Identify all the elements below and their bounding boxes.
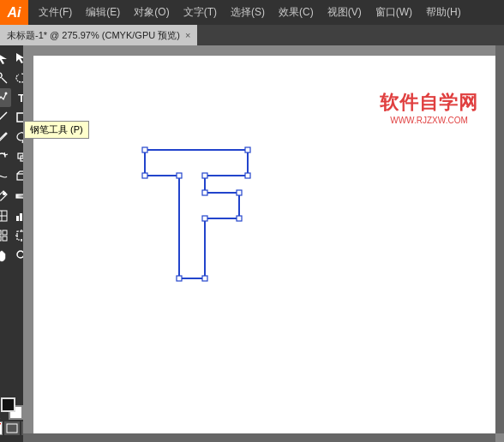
menu-type[interactable]: 文字(T) — [177, 0, 224, 25]
watermark: 软件自学网 WWW.RJZXW.COM — [380, 90, 478, 125]
path-shape — [119, 124, 273, 296]
toolbar: 钢笔工具 (P) — [0, 45, 23, 442]
canvas: 软件自学网 WWW.RJZXW.COM — [33, 56, 495, 433]
svg-rect-42 — [142, 147, 147, 152]
svg-rect-31 — [3, 236, 7, 241]
svg-point-20 — [3, 193, 6, 195]
svg-rect-51 — [177, 276, 182, 281]
svg-rect-25 — [16, 216, 19, 221]
titlebar: Ai 文件(F) 编辑(E) 对象(O) 文字(T) 选择(S) 效果(C) 视… — [0, 0, 504, 25]
svg-rect-46 — [202, 190, 207, 195]
svg-rect-47 — [237, 190, 242, 195]
vertical-scrollbar[interactable] — [495, 45, 504, 433]
menu-help[interactable]: 帮助(H) — [419, 0, 468, 25]
line-tool-button[interactable] — [0, 108, 11, 127]
menu-select[interactable]: 选择(S) — [224, 0, 272, 25]
svg-rect-49 — [202, 216, 207, 221]
active-tab[interactable]: 未标题-1* @ 275.97% (CMYK/GPU 预览) × — [0, 25, 197, 45]
main-area: 钢笔工具 (P) — [0, 45, 504, 442]
menu-object[interactable]: 对象(O) — [127, 0, 176, 25]
menu-file[interactable]: 文件(F) — [32, 0, 79, 25]
tabbar: 未标题-1* @ 275.97% (CMYK/GPU 预览) × — [0, 25, 504, 45]
tab-close-button[interactable]: × — [185, 30, 190, 40]
svg-rect-28 — [0, 230, 1, 235]
svg-rect-45 — [202, 173, 207, 178]
svg-rect-52 — [177, 173, 182, 178]
selection-tool-button[interactable] — [0, 49, 11, 68]
foreground-color-swatch[interactable] — [1, 397, 15, 412]
svg-rect-53 — [142, 173, 147, 178]
menu-edit[interactable]: 编辑(E) — [79, 0, 127, 25]
rotate-tool-button[interactable] — [0, 147, 11, 166]
warp-tool-button[interactable] — [0, 167, 11, 186]
menu-effect[interactable]: 效果(C) — [272, 0, 321, 25]
pencil-tool-button[interactable] — [0, 128, 11, 146]
hand-tool-button[interactable] — [0, 246, 11, 265]
tab-label: 未标题-1* @ 275.97% (CMYK/GPU 预览) — [7, 29, 180, 42]
menu-window[interactable]: 窗口(W) — [369, 0, 419, 25]
watermark-title: 软件自学网 — [380, 90, 478, 116]
shape-drawing — [119, 124, 273, 298]
fill-color-button[interactable] — [4, 421, 20, 435]
svg-rect-43 — [245, 147, 250, 152]
svg-line-2 — [2, 78, 7, 83]
svg-point-8 — [5, 93, 8, 95]
pen-tool-button[interactable] — [0, 88, 11, 107]
horizontal-scrollbar[interactable] — [23, 433, 495, 442]
svg-rect-50 — [202, 276, 207, 281]
svg-rect-30 — [0, 236, 1, 241]
svg-point-3 — [0, 73, 2, 78]
menu-bar: 文件(F) 编辑(E) 对象(O) 文字(T) 选择(S) 效果(C) 视图(V… — [28, 0, 504, 25]
canvas-area[interactable]: 软件自学网 WWW.RJZXW.COM — [23, 45, 504, 442]
eyedropper-button[interactable] — [0, 187, 11, 206]
menu-view[interactable]: 视图(V) — [321, 0, 369, 25]
svg-marker-0 — [0, 53, 7, 64]
mesh-tool-button[interactable] — [0, 206, 11, 225]
svg-rect-29 — [3, 230, 7, 235]
svg-line-39 — [0, 423, 1, 433]
symbol-tool-button[interactable] — [0, 226, 11, 245]
svg-rect-40 — [7, 424, 17, 433]
ai-logo: Ai — [0, 0, 28, 25]
watermark-url: WWW.RJZXW.COM — [380, 116, 478, 125]
svg-rect-48 — [237, 216, 242, 221]
no-fill-button[interactable] — [0, 421, 3, 435]
svg-rect-44 — [245, 173, 250, 178]
magic-wand-button[interactable] — [0, 69, 11, 87]
svg-line-10 — [0, 112, 7, 122]
svg-rect-26 — [20, 213, 22, 221]
color-swatches: ↺ ⇄ — [1, 397, 23, 420]
